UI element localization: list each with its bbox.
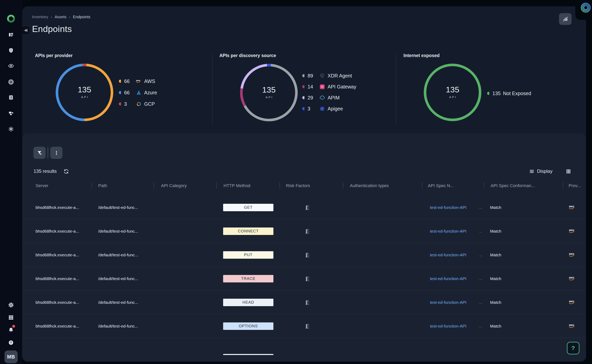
api-spec-more[interactable]: ...: [479, 205, 482, 210]
api-spec-more[interactable]: ...: [479, 253, 482, 257]
page-title: Endpoints: [32, 24, 72, 34]
col-api-spec-name[interactable]: API Spec N...: [428, 183, 454, 188]
table-row[interactable]: bhsd68lhck.execute-a... /default/test-ed…: [22, 243, 586, 267]
col-server[interactable]: Server: [35, 183, 48, 188]
sidebar-item-reports[interactable]: [8, 32, 14, 38]
server-cell: bhsd68lhck.execute-a...: [35, 229, 79, 234]
manage-columns-button[interactable]: [566, 169, 571, 175]
col-authentication-types[interactable]: Authentication types: [350, 183, 389, 188]
api-spec-more[interactable]: ...: [479, 300, 482, 305]
api-spec-link[interactable]: test-ed-function-API: [430, 229, 466, 234]
col-provider[interactable]: Prov...: [569, 183, 581, 188]
server-cell: bhsd68lhck.execute-a...: [35, 205, 79, 210]
sidebar-item-visibility[interactable]: [8, 63, 14, 69]
cortex-logo-glyph: [6, 14, 16, 23]
legend-dot: [119, 102, 121, 105]
legend-value: 3: [308, 106, 319, 112]
breadcrumb-inventory[interactable]: Inventory: [32, 15, 48, 19]
legend-item-xdr-agent[interactable]: 89 XDR Agent: [302, 70, 356, 81]
http-method-badge: PUT: [223, 251, 273, 259]
col-api-category[interactable]: API Category: [161, 183, 187, 188]
api-spec-link[interactable]: test-ed-function-API: [430, 300, 466, 305]
conformance-cell: Match: [490, 229, 501, 234]
column-resizer[interactable]: [343, 182, 343, 189]
table-row[interactable]: bhsd68lhck.execute-a... /default/test-ed…: [22, 220, 586, 243]
api-spec-more[interactable]: ...: [479, 277, 482, 281]
collapse-sidebar-button[interactable]: [21, 26, 30, 35]
api-spec-more[interactable]: ...: [479, 324, 482, 328]
help-fab-button[interactable]: ?: [567, 342, 579, 354]
table-row[interactable]: bhsd68lhck.execute-a... /default/test-ed…: [22, 196, 586, 220]
legend-label: Not Exposed: [503, 91, 531, 96]
breadcrumb-separator: ›: [69, 14, 70, 19]
donut-chart-discovery[interactable]: 135 API: [239, 63, 298, 122]
donut-chart-providers[interactable]: 135 API: [55, 63, 114, 122]
legend-item-not-exposed[interactable]: 135 Not Exposed: [487, 88, 531, 99]
cortex-logo[interactable]: [6, 14, 16, 23]
refresh-button[interactable]: [63, 169, 69, 174]
svg-text:aws: aws: [569, 205, 574, 208]
breadcrumb-assets[interactable]: Assets: [55, 15, 66, 19]
sidebar-item-threat-intel[interactable]: [8, 126, 14, 132]
api-spec-link[interactable]: test-ed-function-API: [430, 324, 466, 329]
col-path[interactable]: Path: [98, 183, 107, 188]
more-actions-button[interactable]: [50, 147, 62, 159]
column-resizer[interactable]: [92, 182, 92, 189]
table-row[interactable]: bhsd68lhck.execute-a... /default/test-ed…: [22, 267, 586, 291]
api-spec-link[interactable]: test-ed-function-API: [430, 253, 466, 257]
legend-dot: [487, 92, 489, 95]
sidebar-item-notifications[interactable]: [8, 327, 14, 333]
svg-text:aws: aws: [569, 228, 574, 232]
chart-divider: [396, 53, 396, 124]
sidebar-item-apps[interactable]: [8, 315, 14, 320]
eye-icon: [8, 63, 14, 69]
api-spec-link[interactable]: test-ed-function-API: [430, 276, 466, 281]
column-resizer[interactable]: [563, 182, 563, 189]
col-http-method[interactable]: HTTP Method: [223, 183, 250, 188]
column-resizer[interactable]: [154, 182, 154, 189]
sidebar-item-settings[interactable]: [8, 302, 14, 308]
col-risk-factors[interactable]: Risk Factors: [286, 183, 310, 188]
chart-title-providers: APIs per provider: [35, 53, 73, 58]
sidebar-item-incidents[interactable]: [8, 47, 14, 53]
add-filter-button[interactable]: [34, 147, 46, 159]
sidebar-item-assets[interactable]: [8, 110, 14, 116]
table-row[interactable]: bhsd68lhck.execute-a... /default/test-ed…: [22, 314, 586, 338]
legend-value: 3: [124, 101, 135, 107]
column-resizer[interactable]: [422, 182, 422, 189]
sidebar-item-policies[interactable]: [8, 95, 14, 100]
breadcrumb-separator: ›: [51, 14, 52, 19]
apigee-icon: [319, 106, 325, 111]
help-glyph: ?: [10, 341, 12, 344]
rings-icon: [580, 2, 591, 13]
column-resizer[interactable]: [216, 182, 217, 189]
legend-item-aws[interactable]: 66 aws AWS: [119, 76, 157, 87]
legend-value: 135: [492, 91, 501, 96]
legend-item-apim[interactable]: 29 APIM: [302, 92, 356, 103]
sidebar-item-detection[interactable]: [8, 79, 14, 85]
display-button[interactable]: Display: [537, 169, 552, 174]
http-method-badge: TRACE: [223, 275, 273, 282]
api-spec-link[interactable]: test-ed-function-API: [430, 205, 466, 210]
legend-item-api-gateway[interactable]: 14 API Gateway: [302, 81, 356, 92]
legend-item-apigee[interactable]: 3 Apigee: [302, 103, 356, 114]
results-count: 135 results: [34, 169, 57, 174]
col-api-spec-conformance[interactable]: API Spec Conforman...: [491, 183, 535, 188]
donut-chart-exposed[interactable]: 135 API: [423, 63, 482, 122]
column-resizer[interactable]: [280, 182, 280, 189]
column-resizer[interactable]: [484, 182, 484, 189]
partial-next-row-badge: [223, 354, 273, 355]
table-row[interactable]: bhsd68lhck.execute-a... /default/test-ed…: [22, 291, 586, 314]
legend-item-gcp[interactable]: 3 GCP: [119, 98, 157, 110]
sidebar-item-help[interactable]: ?: [8, 340, 14, 345]
legend-label: GCP: [144, 101, 155, 107]
api-spec-more[interactable]: ...: [479, 229, 482, 233]
server-cell: bhsd68lhck.execute-a...: [35, 324, 79, 329]
legend-exposed: 135 Not Exposed: [487, 88, 531, 99]
user-avatar[interactable]: MB: [5, 351, 18, 363]
breadcrumb-endpoints[interactable]: Endpoints: [73, 15, 90, 19]
legend-dot: [302, 74, 304, 77]
hide-charts-button[interactable]: [559, 13, 572, 25]
legend-item-azure[interactable]: 66 Azure: [119, 87, 157, 98]
legend-label: XDR Agent: [328, 73, 352, 79]
